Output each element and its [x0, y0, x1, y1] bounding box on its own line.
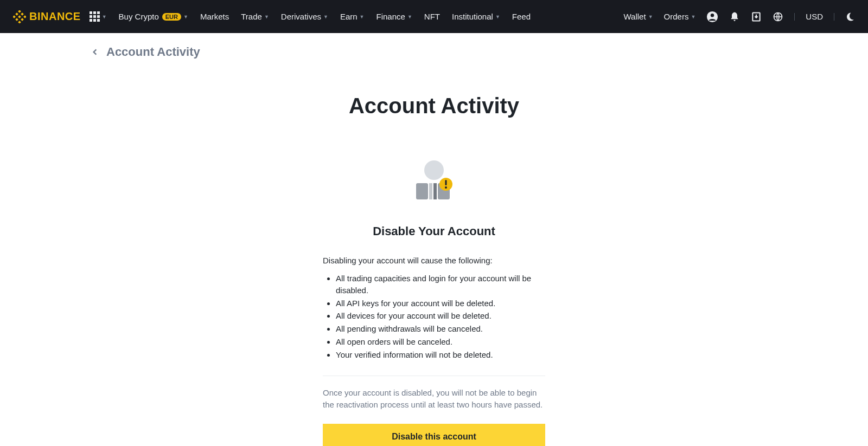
nav-label: NFT — [424, 12, 440, 21]
svg-point-13 — [424, 160, 444, 180]
nav-right-group: Wallet ▼ Orders ▼ USD — [624, 11, 855, 23]
chevron-down-icon: ▼ — [648, 14, 653, 20]
breadcrumb-title: Account Activity — [106, 45, 200, 59]
nav-label: Trade — [241, 12, 262, 21]
apps-menu[interactable]: ▼ — [90, 11, 107, 22]
profile-icon[interactable] — [706, 11, 718, 23]
nav-buy-crypto[interactable]: Buy Crypto EUR ▼ — [119, 12, 188, 21]
divider — [323, 376, 545, 376]
svg-rect-2 — [13, 15, 16, 18]
svg-point-10 — [711, 14, 714, 17]
download-icon[interactable] — [751, 11, 762, 22]
disable-account-card: Disable Your Account Disabling your acco… — [323, 224, 545, 446]
list-item: All devices for your account will be del… — [336, 310, 545, 322]
disable-account-illustration — [0, 157, 868, 206]
apps-grid-icon — [90, 11, 100, 22]
nav-orders[interactable]: Orders ▼ — [664, 12, 696, 21]
svg-rect-8 — [21, 18, 24, 21]
chevron-down-icon: ▼ — [183, 14, 188, 20]
chevron-down-icon: ▼ — [360, 14, 365, 20]
chevron-down-icon: ▼ — [323, 14, 328, 20]
svg-rect-4 — [18, 15, 21, 18]
back-chevron-icon[interactable] — [91, 46, 99, 59]
list-item: All trading capacities and login for you… — [336, 273, 545, 296]
intro-text: Disabling your account will cause the fo… — [323, 256, 545, 265]
svg-point-20 — [445, 186, 447, 189]
binance-logo-icon — [13, 10, 26, 23]
brand-logo[interactable]: BINANCE — [13, 10, 81, 23]
nav-earn[interactable]: Earn ▼ — [340, 12, 365, 21]
chevron-down-icon: ▼ — [102, 14, 107, 20]
svg-rect-5 — [15, 12, 18, 16]
nav-trade[interactable]: Trade ▼ — [241, 12, 269, 21]
svg-rect-6 — [21, 12, 24, 16]
nav-feed[interactable]: Feed — [512, 12, 531, 21]
svg-rect-1 — [18, 21, 21, 23]
list-item: Your verified information will not be de… — [336, 349, 545, 361]
nav-nft[interactable]: NFT — [424, 12, 440, 21]
eur-badge: EUR — [162, 13, 181, 21]
page-body: Account Activity Account Activity Disabl… — [0, 33, 868, 446]
nav-derivatives[interactable]: Derivatives ▼ — [281, 12, 328, 21]
svg-rect-16 — [433, 183, 437, 199]
chevron-down-icon: ▼ — [691, 14, 695, 20]
nav-markets[interactable]: Markets — [200, 12, 229, 21]
nav-label: Feed — [512, 12, 531, 21]
nav-label: Wallet — [624, 12, 646, 21]
svg-rect-0 — [18, 10, 21, 13]
divider — [834, 13, 834, 21]
svg-rect-19 — [445, 180, 447, 185]
brand-text: BINANCE — [29, 10, 81, 23]
nav-label: Buy Crypto — [119, 12, 159, 21]
list-item: All open orders will be canceled. — [336, 336, 545, 348]
svg-rect-7 — [15, 18, 18, 21]
list-item: All pending withdrawals will be canceled… — [336, 323, 545, 335]
svg-rect-3 — [23, 15, 26, 18]
chevron-down-icon: ▼ — [264, 14, 269, 20]
notifications-icon[interactable] — [729, 11, 740, 22]
disable-account-button[interactable]: Disable this account — [323, 424, 545, 446]
warning-text: Once your account is disabled, you will … — [323, 387, 545, 411]
theme-toggle-icon[interactable] — [845, 12, 855, 22]
section-heading: Disable Your Account — [323, 224, 545, 238]
nav-label: Orders — [664, 12, 689, 21]
nav-left-group: ▼ Buy Crypto EUR ▼ Markets Trade ▼ Deriv… — [90, 11, 531, 22]
nav-label: Derivatives — [281, 12, 321, 21]
nav-finance[interactable]: Finance ▼ — [376, 12, 412, 21]
top-navigation: BINANCE ▼ Buy Crypto EUR ▼ Markets Trade… — [0, 0, 868, 33]
chevron-down-icon: ▼ — [495, 14, 500, 20]
globe-icon[interactable] — [773, 11, 783, 22]
svg-rect-15 — [429, 183, 432, 199]
nav-label: Earn — [340, 12, 358, 21]
nav-label: Institutional — [452, 12, 493, 21]
chevron-down-icon: ▼ — [407, 14, 412, 20]
consequences-list: All trading capacities and login for you… — [323, 273, 545, 360]
nav-wallet[interactable]: Wallet ▼ — [624, 12, 653, 21]
breadcrumb: Account Activity — [0, 33, 868, 59]
nav-label: Markets — [200, 12, 229, 21]
currency-selector[interactable]: USD — [806, 12, 823, 21]
nav-institutional[interactable]: Institutional ▼ — [452, 12, 500, 21]
list-item: All API keys for your account will be de… — [336, 298, 545, 309]
svg-rect-14 — [416, 183, 428, 199]
divider — [794, 13, 795, 21]
page-title: Account Activity — [0, 94, 868, 118]
nav-label: Finance — [376, 12, 405, 21]
